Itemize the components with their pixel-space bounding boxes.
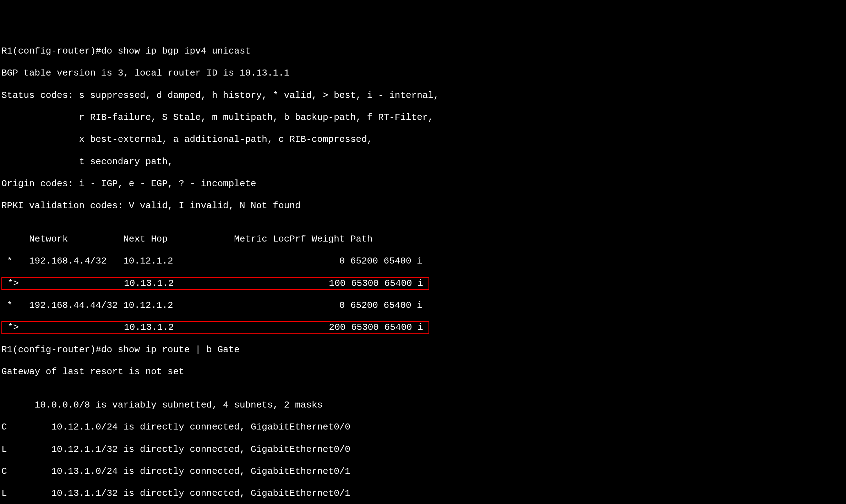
output-line: L 10.12.1.1/32 is directly connected, Gi…	[1, 444, 845, 455]
output-line: Gateway of last resort is not set	[1, 366, 845, 377]
cli-prompt: R1(config-router)#	[1, 46, 101, 56]
highlighted-row-container: *> 10.13.1.2 100 65300 65400 i	[1, 278, 845, 289]
output-line: x best-external, a additional-path, c RI…	[1, 134, 845, 145]
cli-command: do show ip route | b Gate	[101, 344, 240, 355]
output-line: C 10.12.1.0/24 is directly connected, Gi…	[1, 422, 845, 433]
bgp-row-highlighted: *> 10.13.1.2 100 65300 65400 i	[1, 277, 429, 290]
output-line: RPKI validation codes: V valid, I invali…	[1, 200, 845, 211]
output-line: Origin codes: i - IGP, e - EGP, ? - inco…	[1, 178, 845, 189]
output-line: C 10.13.1.0/24 is directly connected, Gi…	[1, 466, 845, 477]
cli-prompt: R1(config-router)#	[1, 344, 101, 355]
bgp-table-header: Network Next Hop Metric LocPrf Weight Pa…	[1, 234, 845, 245]
bgp-row: * 192.168.4.4/32 10.12.1.2 0 65200 65400…	[1, 256, 845, 267]
output-line: 10.0.0.0/8 is variably subnetted, 4 subn…	[1, 400, 845, 411]
highlighted-row-container: *> 10.13.1.2 200 65300 65400 i	[1, 322, 845, 333]
output-line: Status codes: s suppressed, d damped, h …	[1, 90, 845, 101]
output-line: t secondary path,	[1, 156, 845, 167]
bgp-row-highlighted: *> 10.13.1.2 200 65300 65400 i	[1, 321, 429, 334]
output-line: r RIB-failure, S Stale, m multipath, b b…	[1, 112, 845, 123]
terminal-line: R1(config-router)#do show ip bgp ipv4 un…	[1, 46, 845, 57]
bgp-row: * 192.168.44.44/32 10.12.1.2 0 65200 654…	[1, 300, 845, 311]
terminal-line: R1(config-router)#do show ip route | b G…	[1, 344, 845, 355]
output-line: L 10.13.1.1/32 is directly connected, Gi…	[1, 488, 845, 499]
output-line: BGP table version is 3, local router ID …	[1, 68, 845, 79]
cli-command: do show ip bgp ipv4 unicast	[101, 46, 251, 56]
